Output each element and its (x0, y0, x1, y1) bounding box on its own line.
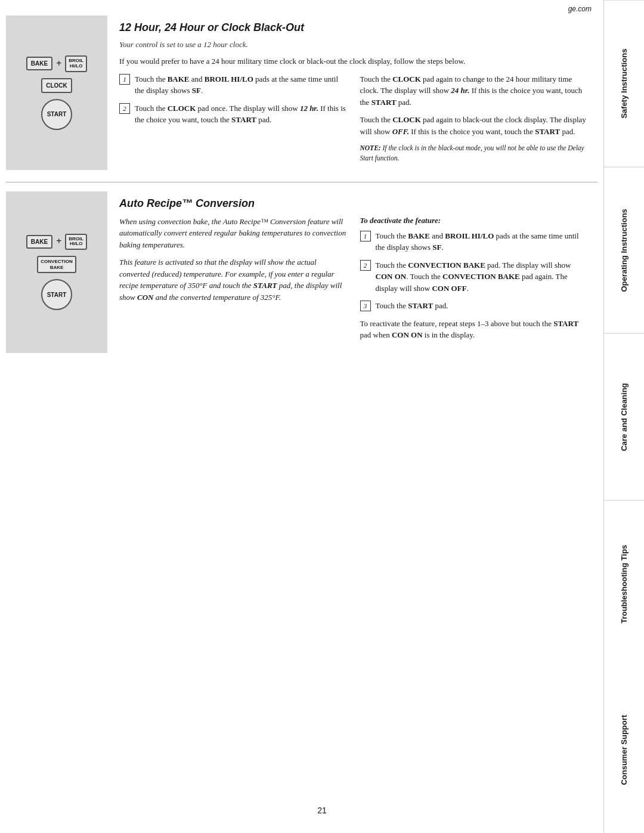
recipe-plus-icon: + (56, 236, 61, 247)
recipe-step-1-text: Touch the BAKE and BROIL HI/LO pads at t… (376, 230, 589, 253)
recipe-step-num-1: 1 (360, 231, 371, 241)
section-auto-recipe: BAKE + BROIL HI/LO CONVECTION BAKE START… (0, 182, 603, 353)
clock-step-2: 2 Touch the CLOCK pad once. The display … (119, 103, 348, 126)
clock-two-col: 1 Touch the BAKE and BROIL HI/LO pads at… (119, 73, 589, 164)
convection-bake-button: CONVECTION BAKE (37, 256, 76, 273)
clock-intro: If you would prefer to have a 24 hour mi… (119, 55, 589, 67)
clock-right-text1: Touch the CLOCK pad again to change to t… (360, 73, 589, 109)
section-clock: BAKE + BROIL HI/LO CLOCK START 12 Hour, … (6, 16, 597, 182)
recipe-broil-button: BROIL HI/LO (65, 234, 87, 250)
recipe-col-left: When using convection bake, the Auto Rec… (119, 216, 348, 347)
bake-button: BAKE (26, 57, 52, 70)
recipe-step-1: 1 Touch the BAKE and BROIL HI/LO pads at… (360, 230, 589, 253)
recipe-step-3: 3 Touch the START pad. (360, 300, 589, 312)
bake-broil-row: BAKE + BROIL HI/LO (26, 55, 87, 72)
clock-section-content: 12 Hour, 24 Hour or Clock Black-Out Your… (119, 16, 597, 170)
sidebar-section-troubleshooting: Troubleshooting Tips (604, 500, 644, 667)
recipe-col-right: To deactivate the feature: 1 Touch the B… (360, 216, 589, 347)
clock-button: CLOCK (41, 78, 72, 93)
website-label: ge.com (568, 5, 592, 13)
illustration-clock: BAKE + BROIL HI/LO CLOCK START (6, 16, 107, 170)
recipe-step-2-text: Touch the CONVECTION BAKE pad. The displ… (376, 259, 589, 295)
recipe-two-col: When using convection bake, the Auto Rec… (119, 216, 589, 347)
reactivate-text: To reactivate the feature, repeat steps … (360, 318, 589, 341)
main-content: ge.com BAKE + BROIL HI/LO CLOCK START 12… (0, 0, 603, 833)
sidebar-section-safety: Safety Instructions (604, 0, 644, 167)
recipe-start-button: START (41, 279, 72, 310)
sidebar-section-operating: Operating Instructions (604, 167, 644, 334)
sidebar-section-consumer: Consumer Support (604, 667, 644, 833)
recipe-intro2: This feature is activated so that the di… (119, 256, 348, 303)
clock-step-2-text: Touch the CLOCK pad once. The display wi… (135, 103, 348, 126)
header: ge.com (0, 0, 603, 16)
deactivate-label: To deactivate the feature: (360, 216, 589, 225)
recipe-step-num-3: 3 (360, 301, 371, 311)
page-number: 21 (317, 806, 327, 815)
clock-col-right: Touch the CLOCK pad again to change to t… (360, 73, 589, 164)
recipe-step-num-2: 2 (360, 260, 371, 271)
clock-step-1: 1 Touch the BAKE and BROIL HI/LO pads at… (119, 73, 348, 97)
sidebar: Safety Instructions Operating Instructio… (603, 0, 644, 833)
broil-button: BROIL HI/LO (65, 55, 87, 72)
recipe-section-content: Auto Recipe™ Conversion When using conve… (119, 191, 597, 353)
step-number-1: 1 (119, 74, 130, 85)
plus-icon: + (56, 58, 61, 69)
recipe-step-3-text: Touch the START pad. (376, 300, 448, 312)
recipe-bake-button: BAKE (26, 235, 52, 249)
step-number-2: 2 (119, 103, 130, 114)
illustration-recipe: BAKE + BROIL HI/LO CONVECTION BAKE START (6, 191, 107, 353)
clock-right-text2: Touch the CLOCK pad again to black-out t… (360, 114, 589, 137)
clock-col-left: 1 Touch the BAKE and BROIL HI/LO pads at… (119, 73, 348, 164)
clock-note: NOTE: If the clock is in the black-out m… (360, 143, 589, 164)
start-button: START (41, 99, 72, 130)
recipe-intro1: When using convection bake, the Auto Rec… (119, 216, 348, 251)
recipe-section-title: Auto Recipe™ Conversion (119, 197, 589, 210)
clock-subtitle: Your control is set to use a 12 hour clo… (119, 40, 589, 49)
clock-section-title: 12 Hour, 24 Hour or Clock Black-Out (119, 21, 589, 34)
sidebar-section-care: Care and Cleaning (604, 333, 644, 500)
recipe-bake-broil-row: BAKE + BROIL HI/LO (26, 234, 87, 250)
recipe-step-2: 2 Touch the CONVECTION BAKE pad. The dis… (360, 259, 589, 295)
clock-step-1-text: Touch the BAKE and BROIL HI/LO pads at t… (135, 73, 348, 97)
